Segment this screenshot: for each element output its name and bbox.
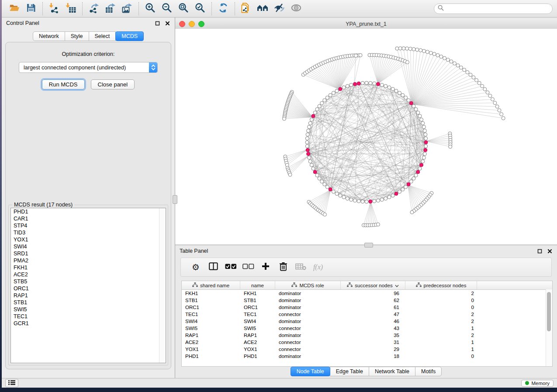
eye-slash-icon [273, 2, 286, 15]
mcds-list-scrollbar[interactable] [159, 208, 166, 363]
delete-column-button[interactable] [274, 259, 292, 275]
column-header-MCDS-role[interactable]: MCDS role [275, 281, 341, 289]
export-table-icon [105, 2, 116, 15]
save-session-button[interactable] [23, 1, 39, 16]
deselect-all-columns-button[interactable] [239, 259, 257, 275]
table-scrollbar-thumb[interactable] [547, 292, 551, 331]
import-table-icon [65, 2, 76, 15]
table-row[interactable]: PHD1PHD1dominator180 [182, 353, 552, 360]
hierarchy-icon [192, 282, 198, 288]
table-settings-button[interactable]: ⚙ [187, 259, 204, 275]
mcds-result-item[interactable]: CAR1 [11, 215, 166, 222]
table-row[interactable]: YOX1YOX1connector291 [182, 346, 552, 353]
tab-motifs[interactable]: Motifs [415, 367, 442, 376]
tab-select[interactable]: Select [89, 31, 116, 41]
mcds-result-item[interactable]: SRD1 [11, 250, 166, 257]
hierarchy-icon [416, 282, 422, 288]
table-row[interactable]: TEC1TEC1connector472 [182, 311, 552, 318]
eye-icon [290, 2, 303, 15]
mcds-result-item[interactable]: TEC1 [11, 313, 166, 320]
mcds-result-item[interactable]: SWI4 [11, 243, 166, 250]
mcds-result-item[interactable]: RAP1 [11, 292, 166, 299]
vertical-splitter-grip[interactable] [173, 195, 177, 204]
mcds-result-item[interactable]: FKH1 [11, 264, 166, 271]
float-panel-icon[interactable] [537, 248, 543, 254]
delete-table-icon [295, 263, 306, 272]
control-panel-titlebar: Control Panel [2, 17, 175, 29]
optimization-criterion-select[interactable]: largest connected component (undirected) [19, 62, 158, 73]
mcds-result-item[interactable]: PMA2 [11, 257, 166, 264]
network-overview-button[interactable] [255, 1, 271, 16]
select-all-columns-button[interactable] [222, 259, 239, 275]
import-network-button[interactable] [46, 1, 62, 16]
refresh-view-button[interactable] [215, 1, 232, 16]
mcds-result-item[interactable]: GCR1 [11, 320, 166, 327]
export-image-button[interactable] [119, 1, 135, 16]
application-window: Control Panel NetworkStyleSelectMCDS Opt… [2, 0, 557, 388]
tab-mcds[interactable]: MCDS [115, 31, 144, 41]
select-stepper-icon [149, 62, 157, 72]
close-panel-icon[interactable] [165, 21, 170, 26]
column-header-name[interactable]: name [240, 281, 275, 289]
search-input[interactable] [446, 5, 549, 12]
control-panel: Control Panel NetworkStyleSelectMCDS Opt… [2, 17, 175, 378]
column-header-shared-name[interactable]: shared name [182, 281, 240, 289]
table-toolbar: ⚙ f(x) [180, 258, 552, 277]
zoom-out-button[interactable] [159, 1, 175, 16]
horizontal-splitter-grip[interactable] [364, 243, 373, 248]
network-canvas[interactable] [175, 29, 557, 244]
toggle-column-view-button[interactable] [204, 259, 222, 275]
export-image-icon [121, 2, 133, 15]
table-row[interactable]: ORC1ORC1dominator610 [182, 304, 552, 311]
table-row[interactable]: SWI5SWI5connector431 [182, 325, 552, 332]
mcds-result-item[interactable]: STP4 [11, 222, 166, 229]
close-panel-icon[interactable] [547, 248, 553, 254]
table-panel-tabs: Node TableEdge TableNetwork TableMotifs [175, 367, 557, 376]
tab-network[interactable]: Network [33, 31, 65, 41]
add-column-button[interactable] [257, 259, 274, 275]
hide-graphics-details-button[interactable] [271, 1, 288, 16]
mcds-result-title: MCDS result (17 nodes) [12, 202, 74, 208]
mcds-result-item[interactable]: SWI5 [11, 306, 166, 313]
gear-icon: ⚙ [192, 263, 200, 272]
open-file-button[interactable] [6, 1, 23, 16]
tab-network-table[interactable]: Network Table [369, 367, 415, 376]
table-panel: Table Panel ⚙ [175, 245, 557, 378]
import-table-button[interactable] [62, 1, 79, 16]
table-row[interactable]: RAP1RAP1dominator352 [182, 332, 552, 339]
mcds-result-item[interactable]: TID3 [11, 229, 166, 236]
network-window-titlebar[interactable]: YPA_prune.txt_1 [175, 19, 557, 29]
tab-edge-table[interactable]: Edge Table [330, 367, 369, 376]
column-header-successor-nodes[interactable]: successor nodes [341, 281, 405, 289]
tab-node-table[interactable]: Node Table [291, 367, 330, 376]
mcds-result-item[interactable]: STB1 [11, 299, 166, 306]
zoom-selected-button[interactable] [192, 1, 208, 16]
table-row[interactable]: STB1STB1dominator620 [182, 297, 552, 304]
show-graphics-details-button[interactable] [288, 1, 304, 16]
float-panel-icon[interactable] [155, 21, 160, 26]
tab-style[interactable]: Style [65, 31, 89, 41]
network-window-title: YPA_prune.txt_1 [175, 21, 557, 27]
column-header-predecessor-nodes[interactable]: predecessor nodes [405, 281, 477, 289]
mcds-result-item[interactable]: PHD1 [11, 208, 166, 215]
table-row[interactable]: ACE2ACE2connector311 [182, 339, 552, 346]
table-row[interactable]: SWI4SWI4dominator462 [182, 318, 552, 325]
close-panel-button[interactable]: Close panel [91, 79, 135, 89]
zoom-in-button[interactable] [142, 1, 159, 16]
export-table-button[interactable] [102, 1, 119, 16]
export-network-button[interactable] [86, 1, 102, 16]
table-row[interactable]: FKH1FKH1dominator962 [182, 290, 552, 297]
mcds-result-item[interactable]: YOX1 [11, 236, 166, 243]
search-field [434, 3, 553, 14]
new-network-from-selection-button[interactable] [238, 1, 255, 16]
run-mcds-button[interactable]: Run MCDS [42, 79, 85, 89]
memory-button[interactable]: Memory [521, 380, 554, 387]
task-history-button[interactable] [5, 379, 18, 387]
zoom-fit-button[interactable] [175, 1, 192, 16]
mcds-result-item[interactable]: ORC1 [11, 285, 166, 292]
mcds-result-item[interactable]: STB5 [11, 278, 166, 285]
mcds-result-item[interactable]: ACE2 [11, 271, 166, 278]
mcds-result-list[interactable]: PHD1CAR1STP4TID3YOX1SWI4SRD1PMA2FKH1ACE2… [10, 208, 166, 363]
table-scrollbar[interactable] [546, 289, 552, 366]
plus-icon [262, 262, 270, 272]
